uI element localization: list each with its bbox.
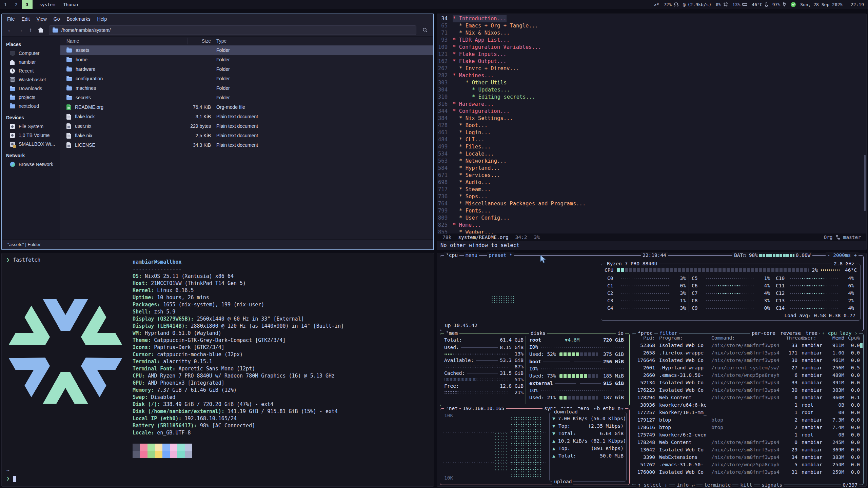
org-line[interactable]: 671* Services...	[437, 172, 864, 179]
panel-tab[interactable]: per-core	[752, 330, 775, 337]
process-row[interactable]: 52368 Isolated Web Co /nix/store/sm8fnrf…	[632, 342, 863, 349]
clock-module[interactable]: Sun, 28 Sep 2025 - 22:19	[800, 2, 864, 7]
file-row[interactable]: flake.nix2,5 KiBPlain text document	[60, 131, 433, 140]
status-check-icon[interactable]	[791, 2, 796, 7]
file-row[interactable]: secretsFolder	[60, 93, 433, 102]
mem-box-label[interactable]: ²mem	[444, 330, 459, 337]
process-row[interactable]: 178248 Web Content /nix/store/sm8fnrf3wp…	[632, 439, 863, 446]
file-row[interactable]: README.org76,4 KiBOrg-mode file	[60, 102, 433, 112]
file-row[interactable]: user.nix229 bytesPlain text document	[60, 121, 433, 131]
process-row[interactable]: 51762 .emacs-31.0.50- /nix/store/wnqz5pa…	[632, 461, 863, 468]
org-line[interactable]: 65* Emacs + Org + Tangle...	[437, 22, 864, 29]
process-row[interactable]: 2658 .firefox-wrappe /nix/store/sm8fnrf3…	[632, 349, 863, 357]
net-box-label[interactable]: ³net	[444, 405, 459, 412]
path-bar[interactable]: /home/nambiar/system/	[49, 25, 416, 35]
sidebar-item[interactable]: File System	[2, 122, 60, 131]
org-line[interactable]: 563* Networking...	[437, 158, 864, 165]
panel-tab[interactable]: tree	[806, 330, 817, 337]
process-row[interactable]: 38936 kworker/u64:6-kc 1 root 0B 0.0	[632, 401, 863, 409]
sidebar-item[interactable]: Downloads	[2, 84, 60, 93]
org-line[interactable]: 310* Editing secrets...	[437, 94, 864, 101]
org-line[interactable]: 303* Other Utils	[437, 79, 864, 86]
menu-item[interactable]: Help	[94, 15, 110, 23]
sidebar-item[interactable]: SMALLBOX Wi...	[2, 140, 60, 148]
org-line[interactable]: 799* Fonts...	[437, 207, 864, 215]
org-line[interactable]: 304* Updates...	[437, 86, 864, 94]
kill-key[interactable]: kill	[738, 482, 754, 488]
org-line[interactable]: 855* Waubar...	[437, 229, 864, 233]
cpu-module[interactable]: 0%	[716, 2, 728, 7]
process-row[interactable]: 2660 .emacs-31.0.50- /nix/store/wnqz5pa8…	[632, 371, 863, 379]
org-line[interactable]: 121* Flake Inputs...	[437, 51, 864, 58]
org-line[interactable]: 461* Login...	[437, 129, 864, 136]
update-interval[interactable]: - 2000ms +	[826, 252, 859, 259]
emacs-scrollbar[interactable]	[864, 155, 866, 211]
sidebar-item[interactable]: nextcloud	[2, 102, 60, 110]
idle-inhibitor[interactable]: zᶻ	[654, 2, 659, 7]
sort-selector[interactable]: ‹ cpu lazy ›	[820, 330, 859, 337]
org-line[interactable]: 764* Miscellaneous Packages and Programs…	[437, 200, 864, 207]
volume-module[interactable]: 72%	[664, 2, 678, 7]
org-line[interactable]: 428* Boot...	[437, 122, 864, 129]
back-button[interactable]: ←	[5, 25, 15, 35]
column-header-name[interactable]: Name	[60, 38, 187, 44]
preset-button[interactable]: preset *	[487, 252, 514, 259]
org-line[interactable]: 109* Configuration Variables...	[437, 44, 864, 51]
process-row[interactable]: 177257 kworker/10:1-mm_ 1 root 0B 0.0	[632, 409, 863, 416]
panel-tab[interactable]: ←b eth0 n→	[594, 405, 624, 412]
info-key[interactable]: info ↵	[675, 482, 696, 488]
workspace-button[interactable]: 2	[11, 0, 22, 9]
io-label[interactable]: io	[616, 330, 625, 337]
sidebar-item[interactable]: Wastebasket	[2, 75, 60, 84]
org-line[interactable]: 825* Home...	[437, 222, 864, 229]
process-row[interactable]: 3390 WebExtensions /nix/store/sm8fnrf3wp…	[632, 453, 863, 461]
terminate-key[interactable]: terminate	[703, 482, 733, 488]
workspace-button[interactable]: 1	[0, 0, 11, 9]
process-row[interactable]: 176646 Isolated Web Co /nix/store/sm8fnr…	[632, 357, 863, 364]
search-button[interactable]	[420, 25, 430, 35]
temperature-module[interactable]: 46°C	[752, 2, 768, 7]
org-line[interactable]: 736* Sops...	[437, 193, 864, 200]
menu-item[interactable]: File	[4, 15, 18, 23]
process-row[interactable]: 176000 Isolated Web Co /nix/store/sm8fnr…	[632, 468, 863, 476]
signals-key[interactable]: signals	[760, 482, 784, 488]
org-line[interactable]: 34* Introduction...	[437, 15, 864, 22]
menu-item[interactable]: View	[34, 15, 50, 23]
file-row[interactable]: machinesFolder	[60, 83, 433, 93]
process-row[interactable]: 175749 kworker/6:2-even 1 root 0B 0.0	[632, 431, 863, 439]
org-line[interactable]: 162* Flake Output...	[437, 58, 864, 65]
home-button[interactable]	[36, 25, 45, 35]
process-row[interactable]: 2601 .Hyprland-wrapp /run/current-system…	[632, 364, 863, 371]
org-line[interactable]: 316* Hardware...	[437, 101, 864, 108]
sidebar-item[interactable]: 1,0 TB Volume	[2, 131, 60, 140]
column-header-type[interactable]: Type	[211, 38, 433, 44]
file-row[interactable]: LICENSE34,3 KiBPlain text document	[60, 140, 433, 150]
org-line[interactable]: 484* CLI...	[437, 136, 864, 143]
process-row[interactable]: 178294 Web Content /nix/store/sm8fnrf3wp…	[632, 394, 863, 401]
file-row[interactable]: configurationFolder	[60, 74, 433, 83]
menu-item[interactable]: Go	[51, 15, 63, 23]
org-line[interactable]: 282* Machines...	[437, 72, 864, 79]
org-line[interactable]: 698* Audio...	[437, 179, 864, 186]
file-row[interactable]: hardwareFolder	[60, 64, 433, 74]
menu-item[interactable]: Edit	[19, 15, 33, 23]
proc-box-label[interactable]: ⁴proc	[636, 330, 654, 337]
shell-prompt-line-2[interactable]: ❯	[6, 475, 16, 482]
process-row[interactable]: 13642 Isolated Web Co /nix/store/sm8fnrf…	[632, 446, 863, 453]
org-line[interactable]: 344* Configuration...	[437, 108, 864, 115]
process-row[interactable]: 178616 btop btop 2 nambiar 7.4M 0.0	[632, 424, 863, 431]
process-row[interactable]: 176223 Isolated Web Co /nix/store/sm8fnr…	[632, 386, 863, 394]
disks-label[interactable]: disks	[529, 330, 547, 337]
sidebar-item[interactable]: Computer	[2, 49, 60, 58]
sidebar-item[interactable]: nambiar	[2, 58, 60, 66]
up-button[interactable]: ↑	[26, 25, 35, 35]
workspace-button[interactable]: 3	[22, 0, 33, 9]
battery-module[interactable]: 97%	[772, 2, 786, 7]
terminal-window[interactable]: ❯ fastfetch nambiar@smallbox -----------…	[1, 253, 434, 487]
org-line[interactable]: 534* Locale...	[437, 150, 864, 158]
org-buffer[interactable]: 34* Introduction...65* Emacs + Org + Tan…	[437, 15, 864, 233]
org-line[interactable]: 717* Steam...	[437, 186, 864, 193]
org-line[interactable]: 71* Nix & Nixos...	[437, 29, 864, 37]
cpu-box-label[interactable]: ¹cpu	[444, 252, 459, 259]
process-row[interactable]: 179127 btop btop 2 nambiar 7.3M 0.0	[632, 416, 863, 424]
